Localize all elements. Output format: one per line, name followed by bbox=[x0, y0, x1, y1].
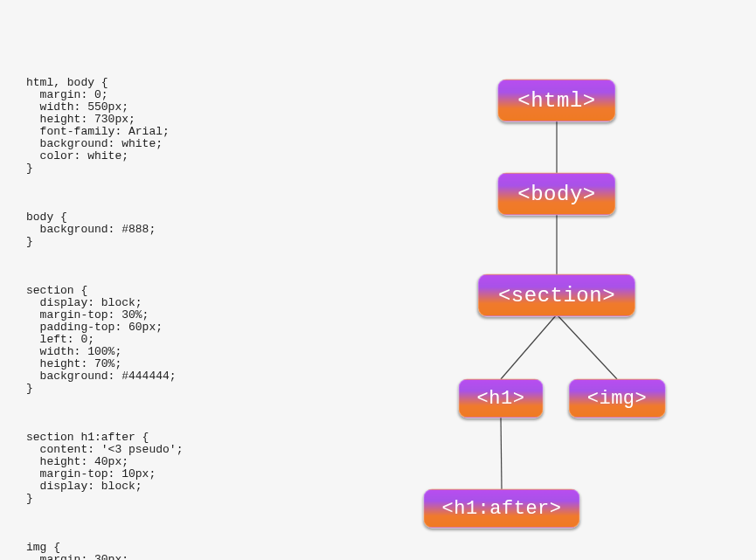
css-rule-h1-after: section h1:after { content: '<3 pseudo';… bbox=[26, 432, 341, 505]
node-h1-after: <h1:after> bbox=[423, 489, 579, 529]
edge-section-img bbox=[557, 315, 617, 379]
node-section: <section> bbox=[478, 274, 635, 317]
css-rule-body: body { background: #888; } bbox=[26, 211, 341, 248]
node-body: <body> bbox=[497, 173, 615, 216]
css-rule-html-body: html, body { margin: 0; width: 550px; he… bbox=[26, 77, 341, 175]
node-img: <img> bbox=[569, 379, 666, 418]
edge-section-h1 bbox=[501, 315, 557, 379]
node-h1: <h1> bbox=[459, 379, 544, 418]
css-rule-section: section { display: block; margin-top: 30… bbox=[26, 285, 341, 395]
css-rule-img: img { margin: 30px; border-radius: 4px; … bbox=[26, 542, 341, 560]
node-html: <html> bbox=[497, 80, 615, 122]
css-code: html, body { margin: 0; width: 550px; he… bbox=[26, 52, 341, 560]
edge-h1-h1after bbox=[501, 418, 502, 489]
